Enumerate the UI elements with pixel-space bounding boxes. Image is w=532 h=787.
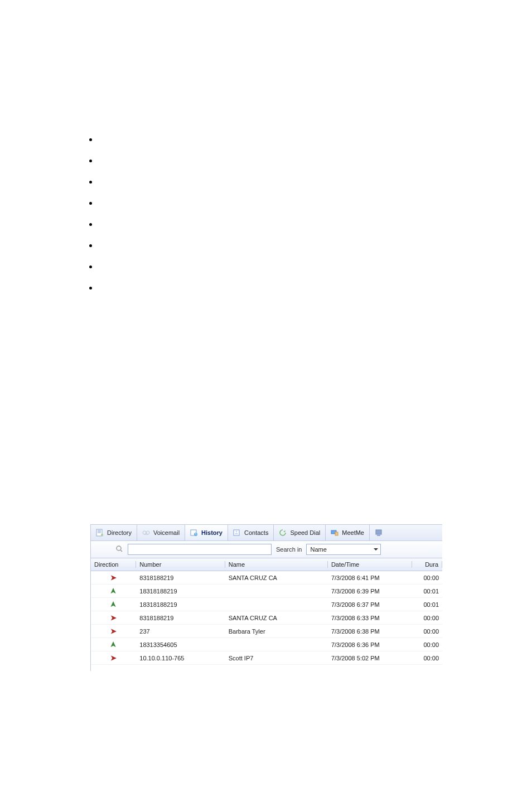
- svg-point-8: [236, 531, 238, 533]
- svg-rect-11: [376, 530, 381, 534]
- outgoing-arrow-icon: ➤: [91, 574, 136, 581]
- bullet-dot: [89, 138, 92, 141]
- tab-directory[interactable]: Directory: [91, 525, 137, 540]
- search-select-value: Name: [310, 546, 326, 553]
- chevron-down-icon: [374, 548, 378, 551]
- svg-point-2: [143, 531, 146, 534]
- tab-voicemail[interactable]: Voicemail: [137, 525, 185, 540]
- tab-overflow[interactable]: [370, 525, 388, 540]
- meetme-icon: [331, 529, 338, 537]
- cell-number: 8318188219: [136, 615, 225, 621]
- svg-point-3: [146, 531, 149, 534]
- history-table: ➤8318188219SANTA CRUZ CA7/3/2008 6:41 PM…: [91, 571, 442, 665]
- outgoing-arrow-icon: ➤: [91, 614, 136, 621]
- table-row[interactable]: ➤237Barbara Tyler7/3/2008 6:38 PM00:00: [91, 625, 442, 638]
- cell-duration: 00:00: [412, 628, 442, 635]
- tab-label: Directory: [107, 529, 132, 536]
- svg-line-14: [120, 550, 122, 552]
- cell-name: SANTA CRUZ CA: [225, 615, 328, 621]
- cell-duration: 00:00: [412, 574, 442, 581]
- col-datetime[interactable]: Date/Time: [328, 561, 413, 568]
- col-number[interactable]: Number: [136, 561, 225, 568]
- cell-datetime: 7/3/2008 6:41 PM: [328, 574, 413, 581]
- cell-datetime: 7/3/2008 6:37 PM: [328, 601, 413, 608]
- cell-number: 18313354605: [136, 641, 225, 648]
- table-row[interactable]: ➤183181882197/3/2008 6:37 PM00:01: [91, 598, 442, 611]
- cell-datetime: 7/3/2008 6:33 PM: [328, 615, 413, 621]
- cell-datetime: 7/3/2008 5:02 PM: [328, 655, 413, 662]
- search-input[interactable]: [128, 544, 272, 555]
- cell-duration: 00:00: [412, 641, 442, 648]
- cell-datetime: 7/3/2008 6:38 PM: [328, 628, 413, 635]
- voicemail-icon: [142, 529, 150, 537]
- search-in-label: Search in: [276, 546, 302, 553]
- svg-point-1: [101, 534, 103, 536]
- tab-label: History: [201, 529, 223, 536]
- tab-label: Speed Dial: [290, 529, 320, 536]
- cell-number: 18318188219: [136, 601, 225, 608]
- tab-label: Contacts: [244, 529, 268, 536]
- refresh-icon: [279, 529, 287, 537]
- search-bar: Search in Name: [91, 541, 442, 558]
- history-icon: [190, 529, 198, 537]
- incoming-arrow-icon: ➤: [91, 601, 136, 608]
- cell-number: 8318188219: [136, 574, 225, 581]
- table-row[interactable]: ➤8318188219SANTA CRUZ CA7/3/2008 6:41 PM…: [91, 571, 442, 585]
- cell-number: 237: [136, 628, 225, 635]
- cell-datetime: 7/3/2008 6:39 PM: [328, 588, 413, 595]
- tab-bar: Directory Voicemail History Contacts: [91, 525, 442, 541]
- directory-icon: [96, 529, 104, 537]
- contacts-icon: [233, 529, 241, 537]
- tab-label: Voicemail: [153, 529, 180, 536]
- history-panel: Directory Voicemail History Contacts: [90, 524, 442, 671]
- table-row[interactable]: ➤183181882197/3/2008 6:39 PM00:01: [91, 585, 442, 598]
- tab-label: MeetMe: [342, 529, 364, 536]
- svg-rect-12: [377, 535, 380, 536]
- table-row[interactable]: ➤10.10.0.110-765Scott IP77/3/2008 5:02 P…: [91, 651, 442, 665]
- bullet-dot: [89, 223, 92, 226]
- cell-name: SANTA CRUZ CA: [225, 574, 328, 581]
- cell-datetime: 7/3/2008 6:36 PM: [328, 641, 413, 648]
- cell-duration: 00:01: [412, 588, 442, 595]
- cell-duration: 00:00: [412, 655, 442, 662]
- bullet-dot: [89, 287, 92, 289]
- col-duration[interactable]: Dura: [412, 561, 442, 568]
- incoming-arrow-icon: ➤: [91, 587, 136, 595]
- col-name[interactable]: Name: [225, 561, 328, 568]
- search-icon: [115, 545, 123, 554]
- bullet-dot: [89, 265, 92, 268]
- cell-name: Scott IP7: [225, 655, 328, 662]
- device-icon: [375, 529, 383, 537]
- col-direction[interactable]: Direction: [91, 561, 136, 568]
- cell-name: Barbara Tyler: [225, 628, 328, 635]
- bullet-dot: [89, 160, 92, 162]
- tab-meetme[interactable]: MeetMe: [326, 525, 370, 540]
- svg-point-13: [117, 546, 121, 551]
- bullet-dot: [89, 202, 92, 205]
- tab-contacts[interactable]: Contacts: [228, 525, 274, 540]
- outgoing-arrow-icon: ➤: [91, 654, 136, 662]
- cell-number: 10.10.0.110-765: [136, 655, 225, 662]
- tab-speed-dial[interactable]: Speed Dial: [274, 525, 326, 540]
- incoming-arrow-icon: ➤: [91, 641, 136, 648]
- bullet-dot: [89, 244, 92, 247]
- bullet-dot: [89, 181, 92, 184]
- svg-rect-10: [335, 532, 338, 535]
- tab-history[interactable]: History: [185, 525, 228, 540]
- bullet-list: [89, 138, 92, 308]
- table-row[interactable]: ➤8318188219SANTA CRUZ CA7/3/2008 6:33 PM…: [91, 611, 442, 625]
- table-row[interactable]: ➤183133546057/3/2008 6:36 PM00:00: [91, 638, 442, 651]
- cell-number: 18318188219: [136, 588, 225, 595]
- cell-duration: 00:00: [412, 615, 442, 621]
- search-field-select[interactable]: Name: [306, 544, 381, 555]
- table-header: Direction Number Name Date/Time Dura: [91, 558, 442, 571]
- cell-duration: 00:01: [412, 601, 442, 608]
- outgoing-arrow-icon: ➤: [91, 627, 136, 635]
